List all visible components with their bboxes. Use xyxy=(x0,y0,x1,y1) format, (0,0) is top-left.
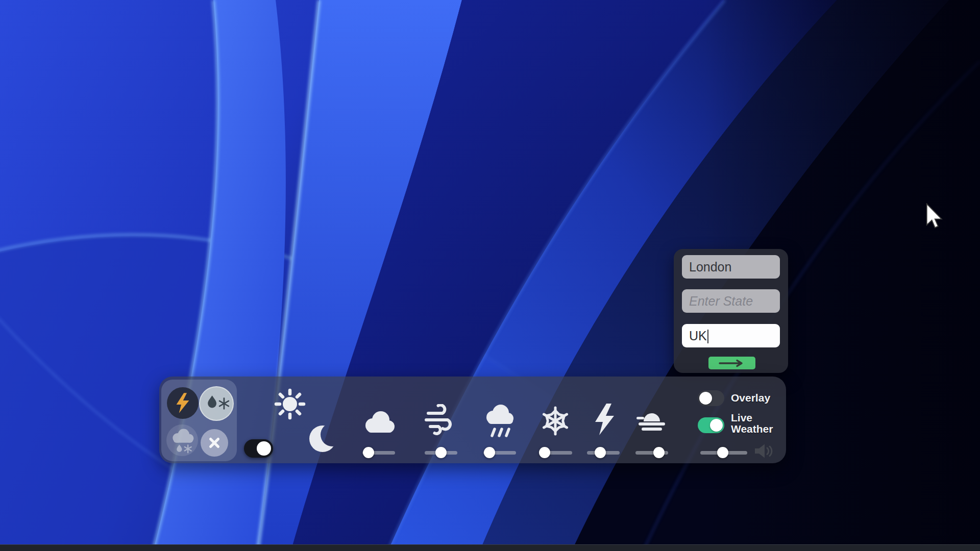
rain-slider[interactable] xyxy=(483,451,516,455)
slider-knob[interactable] xyxy=(363,447,374,458)
location-form-panel: London Enter State UK xyxy=(674,249,788,373)
taskbar-strip xyxy=(0,544,980,551)
sleet-cloud-icon xyxy=(168,425,197,455)
slider-knob[interactable] xyxy=(653,447,665,458)
sun-button[interactable] xyxy=(272,386,308,422)
cloud-icon xyxy=(360,407,397,435)
moon-icon xyxy=(308,422,339,453)
snow-button[interactable] xyxy=(538,404,572,438)
lightning-bolt-icon xyxy=(590,402,619,437)
slider-knob[interactable] xyxy=(484,447,495,458)
preset-cluster xyxy=(161,380,237,461)
clear-weather-button[interactable] xyxy=(201,429,228,457)
clouds-button[interactable] xyxy=(360,407,397,435)
lightning-bolt-icon xyxy=(173,392,192,414)
snow-slider[interactable] xyxy=(540,451,572,455)
fog-slider[interactable] xyxy=(635,451,668,455)
fog-icon xyxy=(635,408,668,432)
overlay-label: Overlay xyxy=(731,392,770,404)
country-value: UK xyxy=(689,329,707,343)
volume-slider[interactable] xyxy=(700,451,747,455)
close-x-icon xyxy=(204,433,225,453)
submit-location-button[interactable] xyxy=(708,357,755,369)
thunder-preset-button[interactable] xyxy=(167,387,199,419)
rain-snow-preset-button[interactable] xyxy=(199,386,234,421)
wind-icon xyxy=(424,404,460,437)
moon-button[interactable] xyxy=(308,422,339,453)
city-input[interactable]: London xyxy=(682,255,780,279)
toggle-knob[interactable] xyxy=(257,441,271,456)
lightning-slider[interactable] xyxy=(587,451,620,455)
clouds-slider[interactable] xyxy=(362,451,395,455)
live-weather-toggle[interactable] xyxy=(698,417,724,433)
country-input[interactable]: UK xyxy=(682,324,780,347)
rain-snow-icon xyxy=(202,391,231,416)
toggle-knob[interactable] xyxy=(699,392,712,405)
sun-icon xyxy=(272,386,308,422)
rain-button[interactable] xyxy=(481,402,518,439)
overlay-toggle[interactable] xyxy=(698,390,724,406)
lightning-button[interactable] xyxy=(590,402,619,437)
slider-knob[interactable] xyxy=(717,447,728,458)
snowflake-icon xyxy=(538,404,572,438)
weather-toolbar: Overlay Live Weather xyxy=(159,377,786,463)
slider-knob[interactable] xyxy=(539,447,550,458)
desktop-wallpaper xyxy=(0,0,980,551)
text-caret xyxy=(707,330,708,343)
arrow-right-icon xyxy=(716,359,748,367)
slider-knob[interactable] xyxy=(595,447,606,458)
rain-cloud-icon xyxy=(481,402,518,439)
desktop: London Enter State UK xyxy=(0,0,980,551)
wind-button[interactable] xyxy=(424,404,460,437)
fog-button[interactable] xyxy=(635,408,668,432)
day-night-toggle[interactable] xyxy=(244,439,273,458)
wind-slider[interactable] xyxy=(425,451,457,455)
state-input[interactable]: Enter State xyxy=(682,289,780,313)
speaker-icon xyxy=(753,443,775,459)
sleet-preset-button[interactable] xyxy=(166,424,198,456)
live-weather-label: Live Weather xyxy=(731,412,782,435)
slider-knob[interactable] xyxy=(435,447,447,458)
toggle-knob[interactable] xyxy=(710,419,723,432)
